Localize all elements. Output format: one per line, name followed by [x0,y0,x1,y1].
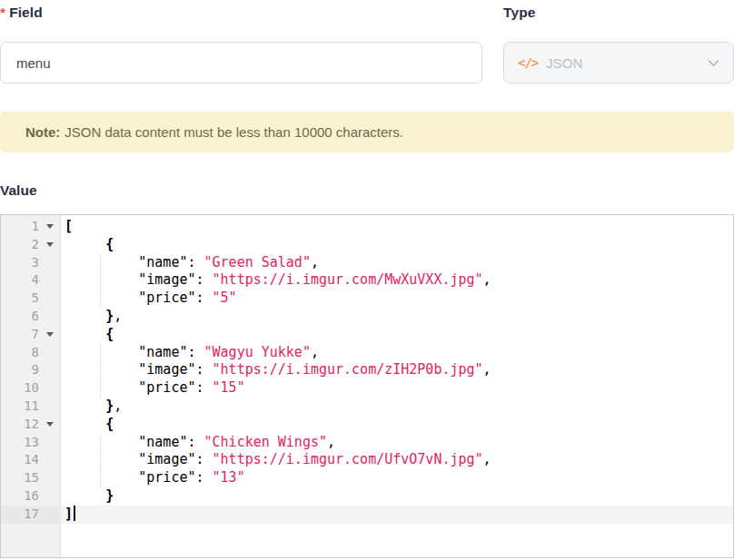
json-string: "Wagyu Yukke" [204,344,311,360]
editor-line: 4 "image": "https://i.imgur.com/MwXuVXX.… [1,271,733,290]
editor-line: 12 { [1,416,733,434]
fold-arrow-icon [46,332,54,337]
editor-line: 1[ [1,218,733,236]
line-gutter: 3 [1,254,61,272]
json-punct: , [114,398,122,414]
type-select[interactable]: </> JSON [503,42,734,84]
indent-guide [100,469,101,487]
line-gutter: 15 [1,469,61,487]
line-number: 10 [1,379,39,398]
line-gutter: 13 [1,434,61,452]
json-punct: : [187,254,203,270]
line-number: 9 [1,361,39,379]
fold-toggle[interactable] [39,224,61,229]
fold-toggle[interactable] [39,422,61,427]
line-content: "name": "Wagyu Yukke", [61,344,733,362]
fold-toggle[interactable] [39,332,61,337]
json-punct [64,236,105,252]
indent-guide [100,361,101,379]
json-editor[interactable]: 1[2 {3 "name": "Green Salad",4 "image": … [0,214,734,558]
line-number: 14 [1,451,39,469]
json-punct: } [105,487,114,504]
line-content: "name": "Green Salad", [61,254,733,272]
line-number: 4 [1,271,39,290]
line-number: 8 [1,344,39,362]
line-gutter: 9 [1,361,61,379]
editor-line: 9 "image": "https://i.imgur.com/zIH2P0b.… [1,361,733,379]
editor-line: 7 { [1,326,733,344]
field-label-text: Field [9,5,43,20]
line-gutter: 11 [1,398,61,416]
line-content: "price": "5" [61,290,733,308]
json-punct: , [311,344,319,360]
fold-toggle[interactable] [39,242,61,247]
editor-line: 8 "name": "Wagyu Yukke", [1,344,733,362]
editor-line: 2 { [1,236,733,254]
json-punct: , [483,361,491,378]
line-number: 11 [1,398,39,416]
line-number: 16 [1,487,39,506]
json-string: "https://i.imgur.com/zIH2P0b.jpg" [213,361,483,378]
line-number: 2 [1,236,39,254]
line-number: 1 [1,218,39,236]
line-content: { [61,326,733,344]
json-key: "price" [138,469,195,486]
fold-arrow-icon [46,224,54,229]
json-key: "image" [138,361,195,378]
json-key: "name" [138,434,187,450]
json-string: "5" [213,290,237,306]
line-number: 17 [1,506,39,524]
line-content: "name": "Chicken Wings", [61,434,733,452]
json-punct: { [105,236,114,252]
field-input[interactable] [0,42,482,84]
json-punct: , [311,254,319,270]
json-punct: , [483,451,491,467]
note-prefix: Note: [25,124,60,140]
line-number: 7 [1,326,39,344]
json-key: "image" [138,271,195,288]
json-punct: , [114,308,122,324]
editor-lines: 1[2 {3 "name": "Green Salad",4 "image": … [1,215,733,524]
json-punct: : [196,361,213,378]
json-punct [64,398,105,414]
line-number: 6 [1,308,39,326]
line-content: [ [61,218,733,236]
json-punct: } [105,308,114,324]
field-label: *Field [0,3,482,22]
json-string: "15" [213,379,245,396]
json-string: "13" [213,469,245,486]
json-punct: : [196,271,213,288]
type-label: Type [503,3,734,22]
json-punct [64,416,105,432]
line-content: "image": "https://i.imgur.com/UfvO7vN.jp… [61,451,733,469]
line-content: } [61,487,733,506]
line-content: "image": "https://i.imgur.com/zIH2P0b.jp… [61,361,733,379]
line-gutter: 17 [1,506,61,524]
json-punct: { [105,416,114,432]
indent-guide [100,271,101,290]
json-string: "https://i.imgur.com/MwXuVXX.jpg" [213,271,483,288]
json-punct [64,344,138,360]
json-punct: : [187,434,203,450]
indent-guide [100,379,101,398]
line-content: }, [61,308,733,326]
note-banner: Note: JSON data content must be less tha… [0,112,734,152]
line-gutter: 2 [1,236,61,254]
line-gutter: 8 [1,344,61,362]
json-punct [64,271,138,288]
indent-guide [100,290,101,308]
json-field-form: *Field Type </> JSON Note: JSON data con… [0,0,734,558]
line-content: }, [61,398,733,416]
line-content: "price": "15" [61,379,733,398]
line-number: 13 [1,434,39,452]
json-punct: : [187,344,203,360]
json-key: "price" [138,290,195,306]
json-key: "price" [138,379,195,396]
line-gutter: 10 [1,379,61,398]
chevron-down-icon [707,56,720,70]
json-punct: , [483,271,491,288]
editor-line: 10 "price": "15" [1,379,733,398]
line-content: "price": "13" [61,469,733,487]
indent-guide [100,434,101,452]
text-cursor [74,506,75,521]
